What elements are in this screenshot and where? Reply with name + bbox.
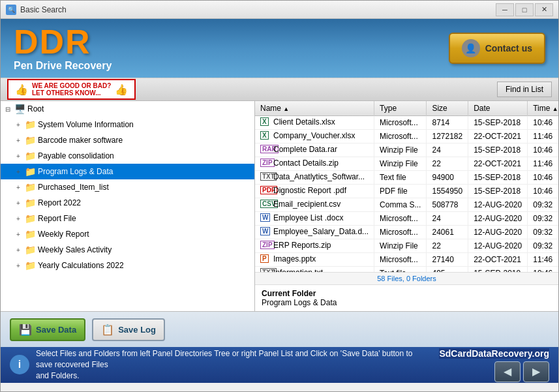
- table-row[interactable]: TXTData_Anatlytics_Softwar...Text file94…: [255, 171, 558, 185]
- tree-item[interactable]: +📁Yearly Calculations 2022: [1, 258, 254, 273]
- file-time-cell: 10:46: [528, 116, 558, 130]
- file-type-icon: TXT: [260, 172, 271, 183]
- tree-item-label: Weekly Sales Activity: [38, 245, 112, 254]
- maximize-button[interactable]: □: [515, 3, 534, 16]
- file-size-cell: 1554950: [427, 185, 468, 198]
- col-time[interactable]: Time ▲: [528, 101, 558, 116]
- tree-item[interactable]: +📁Report File: [1, 211, 254, 226]
- website-url: SdCardDataRecovery.org: [439, 348, 549, 359]
- title-bar: 🔍 Basic Search ─ □ ✕: [1, 1, 558, 19]
- app-icon: 🔍: [6, 5, 16, 15]
- table-row[interactable]: ZIPContact Details.zipWinzip File2222-OC…: [255, 157, 558, 171]
- file-list-panel: Name ▲ Type Size Date Time ▲ XClient Det…: [255, 101, 558, 311]
- table-row[interactable]: RARComplete Data.rarWinzip File2415-SEP-…: [255, 143, 558, 157]
- tree-item[interactable]: +📁System Volume Information: [1, 117, 254, 132]
- col-size[interactable]: Size: [427, 101, 468, 116]
- status-left: i Select Files and Folders from left Pan…: [10, 348, 430, 381]
- col-type[interactable]: Type: [374, 101, 427, 116]
- save-data-button[interactable]: 💾 Save Data: [10, 318, 85, 341]
- find-in-list-button[interactable]: Find in List: [497, 82, 552, 97]
- expand-icon[interactable]: +: [14, 137, 23, 144]
- table-row[interactable]: XClient Details.xlsxMicrosoft...871415-S…: [255, 116, 558, 130]
- file-list-container[interactable]: Name ▲ Type Size Date Time ▲ XClient Det…: [255, 101, 558, 272]
- table-row[interactable]: TXTInformation.txtText file49515-SEP-201…: [255, 267, 558, 273]
- ddr-logo: DDR: [14, 25, 112, 59]
- save-data-icon: 💾: [19, 324, 32, 336]
- table-row[interactable]: CSVEmail_recipient.csvComma S...50877812…: [255, 198, 558, 212]
- save-log-button[interactable]: 📋 Save Log: [92, 318, 165, 341]
- table-row[interactable]: XCompany_Voucher.xlsxMicrosoft...1272182…: [255, 130, 558, 143]
- expand-icon[interactable]: +: [14, 215, 23, 222]
- file-time-cell: 11:46: [528, 253, 558, 267]
- file-size-cell: 8714: [427, 116, 468, 130]
- tree-item-label: System Volume Information: [38, 120, 134, 129]
- file-date-cell: 22-OCT-2021: [468, 157, 528, 171]
- file-type-cell: Microsoft...: [374, 226, 427, 239]
- table-row[interactable]: WEmployee List .docxMicrosoft...2412-AUG…: [255, 212, 558, 226]
- file-size-cell: 22: [427, 157, 468, 171]
- directory-tree-panel[interactable]: ⊟🖥️Root+📁System Volume Information+📁Barc…: [1, 101, 255, 311]
- tree-item[interactable]: +📁Weekly Report: [1, 226, 254, 242]
- table-row[interactable]: PImages.pptxMicrosoft...2714022-OCT-2021…: [255, 253, 558, 267]
- table-row[interactable]: WEmployee_Salary_Data.d...Microsoft...24…: [255, 226, 558, 239]
- folder-icon: 📁: [25, 166, 36, 177]
- rate-bar: 👍 WE ARE GOOD OR BAD? LET OTHERS KNOW...…: [1, 78, 558, 101]
- col-name[interactable]: Name ▲: [255, 101, 374, 116]
- file-date-cell: 22-OCT-2021: [468, 130, 528, 143]
- tree-item[interactable]: +📁Report 2022: [1, 195, 254, 211]
- file-size-cell: 27140: [427, 253, 468, 267]
- expand-icon[interactable]: +: [14, 247, 23, 254]
- folder-icon: 📁: [25, 198, 36, 208]
- file-size-cell: 94900: [427, 171, 468, 185]
- expand-icon[interactable]: +: [14, 231, 23, 238]
- tree-item-label: Report 2022: [38, 198, 81, 207]
- tree-item[interactable]: +📁Weekly Sales Activity: [1, 242, 254, 258]
- expand-icon[interactable]: +: [14, 200, 23, 207]
- expand-icon[interactable]: ⊟: [3, 106, 12, 113]
- file-table-body: XClient Details.xlsxMicrosoft...871415-S…: [255, 116, 558, 273]
- folder-icon: 📁: [25, 135, 36, 145]
- file-name-cell: TXTData_Anatlytics_Softwar...: [255, 171, 374, 185]
- file-name-cell: ZIPContact Details.zip: [255, 157, 374, 171]
- file-date-cell: 22-OCT-2021: [468, 253, 528, 267]
- file-type-cell: Microsoft...: [374, 130, 427, 143]
- file-date-cell: 15-SEP-2018: [468, 116, 528, 130]
- expand-icon[interactable]: +: [14, 168, 23, 175]
- folder-icon: 📁: [25, 151, 36, 161]
- table-row[interactable]: ZIPERP Reports.zipWinzip File2212-AUG-20…: [255, 239, 558, 253]
- expand-icon[interactable]: +: [14, 153, 23, 160]
- file-date-cell: 12-AUG-2020: [468, 226, 528, 239]
- current-folder-value: Program Logs & Data: [262, 298, 552, 307]
- file-name-cell: PImages.pptx: [255, 253, 374, 267]
- close-button[interactable]: ✕: [535, 3, 553, 16]
- tree-item[interactable]: ⊟🖥️Root: [1, 101, 254, 117]
- tree-item-label: Report File: [38, 214, 76, 223]
- tree-item[interactable]: +📁Program Logs & Data: [1, 164, 254, 179]
- tree-item-label: Weekly Report: [38, 230, 89, 239]
- file-type-cell: Text file: [374, 267, 427, 273]
- file-time-cell: 10:46: [528, 185, 558, 198]
- file-time-cell: 09:32: [528, 198, 558, 212]
- file-type-icon: X: [260, 117, 271, 128]
- expand-icon[interactable]: +: [14, 184, 23, 191]
- tree-item[interactable]: +📁Barcode maker software: [1, 132, 254, 148]
- tree-item[interactable]: +📁Payable consolidation: [1, 148, 254, 164]
- tree-item-label: Payable consolidation: [38, 151, 114, 160]
- minimize-button[interactable]: ─: [496, 3, 514, 16]
- nav-back-button[interactable]: ◀: [494, 361, 521, 382]
- table-row[interactable]: PDFDignostic Report .pdfPDF file15549501…: [255, 185, 558, 198]
- tree-item[interactable]: +📁Purchased_Item_list: [1, 179, 254, 195]
- contact-us-button[interactable]: 👤 Contact us: [449, 33, 545, 64]
- file-name-cell: ZIPERP Reports.zip: [255, 239, 374, 253]
- rate-banner[interactable]: 👍 WE ARE GOOD OR BAD? LET OTHERS KNOW...…: [7, 79, 136, 100]
- status-right: SdCardDataRecovery.org ◀ ▶: [439, 348, 549, 382]
- expand-icon[interactable]: +: [14, 121, 23, 128]
- file-table-header: Name ▲ Type Size Date Time ▲: [255, 101, 558, 116]
- header: DDR Pen Drive Recovery 👤 Contact us: [1, 19, 558, 78]
- nav-forward-button[interactable]: ▶: [523, 361, 549, 382]
- current-folder-label: Current Folder: [262, 289, 552, 298]
- expand-icon[interactable]: +: [14, 262, 23, 269]
- col-date[interactable]: Date: [468, 101, 528, 116]
- file-type-cell: Winzip File: [374, 143, 427, 157]
- file-type-icon: RAR: [260, 145, 271, 155]
